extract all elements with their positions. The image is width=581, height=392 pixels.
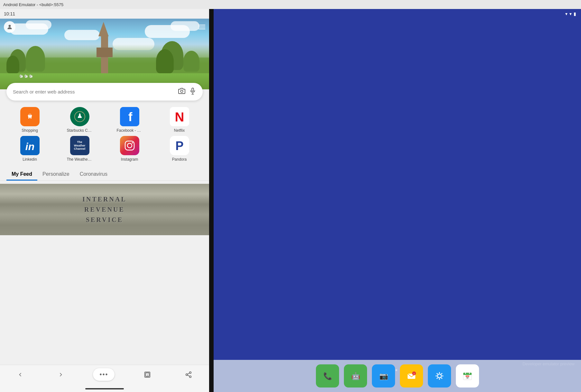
tab-personalize[interactable]: Personalize bbox=[37, 168, 75, 180]
time-display: 10:11 bbox=[4, 11, 15, 16]
svg-point-25 bbox=[189, 376, 191, 378]
instagram-label: Instagram bbox=[121, 157, 138, 162]
browser-content: 🐑 🐑 🐑 bbox=[0, 19, 209, 365]
dock-email[interactable]: ! bbox=[400, 364, 423, 388]
linkedin-icon: in bbox=[20, 136, 40, 155]
tabs-button[interactable]: 1 bbox=[139, 369, 156, 381]
window-title: Android Emulator - <build>:5575 bbox=[3, 2, 63, 7]
svg-point-5 bbox=[30, 118, 31, 119]
more-options-button[interactable]: ••• bbox=[93, 368, 115, 381]
dock-settings[interactable] bbox=[428, 364, 451, 388]
search-input[interactable] bbox=[13, 89, 178, 94]
shortcut-facebook[interactable]: f Facebook - L... bbox=[106, 107, 153, 133]
svg-text:📅: 📅 bbox=[465, 375, 470, 379]
dock-calendar[interactable]: 📅 bbox=[456, 364, 479, 388]
battery-icon: ▮ bbox=[574, 11, 576, 16]
shortcut-linkedin[interactable]: in Linkedin bbox=[6, 136, 53, 162]
svg-point-23 bbox=[189, 371, 191, 373]
camera-search-icon[interactable] bbox=[178, 87, 185, 96]
search-bar-container bbox=[0, 83, 209, 101]
right-panel: ▾ ▾ ▮ Developer emulator preview 📞 🤖 bbox=[214, 9, 581, 392]
instagram-icon bbox=[120, 136, 139, 155]
weather-icon: The Weather Channel bbox=[70, 136, 89, 155]
shortcut-instagram[interactable]: Instagram bbox=[106, 136, 153, 162]
svg-line-27 bbox=[188, 373, 189, 374]
tree-left-2 bbox=[6, 56, 19, 73]
profile-icon[interactable] bbox=[4, 21, 15, 33]
shortcut-starbucks[interactable]: ♟ Starbucks Co... bbox=[56, 107, 103, 133]
starbucks-icon: ♟ bbox=[70, 107, 89, 126]
netflix-icon: N bbox=[170, 107, 189, 126]
back-button[interactable] bbox=[12, 369, 29, 380]
weather-label: The Weather ... bbox=[67, 157, 93, 162]
shortcut-weather[interactable]: The Weather Channel The Weather ... bbox=[56, 136, 103, 162]
forward-button[interactable] bbox=[52, 369, 69, 380]
tree-right-3 bbox=[156, 49, 174, 73]
svg-point-4 bbox=[28, 118, 29, 119]
svg-line-26 bbox=[188, 375, 189, 376]
android-status-bar: ▾ ▾ ▮ bbox=[214, 9, 581, 19]
dock-market[interactable]: 🤖 bbox=[344, 364, 367, 388]
church-body bbox=[97, 48, 113, 57]
shortcuts-grid: Shopping ♟ Starbucks Co... bbox=[0, 101, 209, 165]
pandora-label: Pandora bbox=[172, 157, 187, 162]
tree-right-2 bbox=[183, 51, 199, 72]
menu-line-3 bbox=[198, 29, 205, 29]
svg-text:📷: 📷 bbox=[379, 372, 388, 380]
tree-left-3 bbox=[26, 46, 45, 72]
hamburger-menu[interactable] bbox=[198, 25, 205, 29]
svg-text:f: f bbox=[128, 110, 132, 124]
panel-separator bbox=[209, 9, 214, 392]
facebook-label: Facebook - L... bbox=[117, 128, 143, 133]
linkedin-label: Linkedin bbox=[23, 157, 37, 162]
browser-bottom-nav: ••• 1 bbox=[0, 365, 209, 386]
shortcut-netflix[interactable]: N Netflix bbox=[156, 107, 203, 133]
shopping-icon bbox=[20, 107, 40, 126]
menu-line-1 bbox=[198, 25, 205, 25]
search-icons bbox=[178, 87, 196, 96]
svg-rect-38 bbox=[433, 370, 446, 382]
wifi-icon: ▾ bbox=[565, 11, 567, 16]
svg-text:N: N bbox=[175, 110, 184, 124]
left-panel: 10:11 bbox=[0, 9, 209, 392]
status-bar: 10:11 bbox=[0, 9, 209, 19]
svg-point-16 bbox=[127, 143, 132, 148]
svg-text:♟: ♟ bbox=[77, 112, 83, 119]
signal-icon: ▾ bbox=[569, 11, 572, 16]
svg-text:P: P bbox=[175, 139, 183, 153]
pandora-icon: P bbox=[170, 136, 189, 155]
irs-building-image: INTERNAL REVENUE SERVICE bbox=[0, 184, 209, 235]
dock-phone[interactable]: 📞 bbox=[316, 364, 339, 388]
menu-line-2 bbox=[198, 27, 205, 27]
svg-text:1: 1 bbox=[146, 373, 148, 376]
microphone-icon[interactable] bbox=[189, 87, 196, 96]
svg-point-17 bbox=[132, 142, 133, 144]
shortcut-pandora[interactable]: P Pandora bbox=[156, 136, 203, 162]
hero-image: 🐑 🐑 🐑 bbox=[0, 19, 209, 89]
svg-rect-42 bbox=[463, 373, 472, 375]
feed-tabs: My Feed Personalize Coronavirus bbox=[0, 165, 209, 181]
home-indicator bbox=[85, 388, 124, 389]
svg-point-24 bbox=[186, 374, 188, 376]
dock-camera[interactable]: 📷 bbox=[372, 364, 395, 388]
svg-text:📞: 📞 bbox=[323, 372, 332, 380]
tab-coronavirus[interactable]: Coronavirus bbox=[75, 168, 113, 180]
news-card[interactable]: INTERNAL REVENUE SERVICE bbox=[0, 184, 209, 235]
shopping-label: Shopping bbox=[22, 128, 38, 133]
share-button[interactable] bbox=[180, 369, 197, 381]
tab-myfeed[interactable]: My Feed bbox=[6, 168, 37, 180]
facebook-icon: f bbox=[120, 107, 139, 126]
netflix-label: Netflix bbox=[174, 128, 185, 133]
taskbar: 📞 🤖 📷 bbox=[214, 360, 581, 392]
home-bar bbox=[0, 386, 209, 392]
search-bar[interactable] bbox=[6, 83, 203, 101]
title-bar: Android Emulator - <build>:5575 bbox=[0, 0, 581, 9]
news-image: INTERNAL REVENUE SERVICE bbox=[0, 184, 209, 235]
svg-text:in: in bbox=[25, 141, 34, 152]
animals: 🐑 🐑 🐑 bbox=[19, 75, 33, 78]
svg-rect-2 bbox=[192, 88, 194, 91]
svg-point-1 bbox=[180, 90, 183, 92]
starbucks-label: Starbucks Co... bbox=[67, 128, 93, 133]
svg-text:🤖: 🤖 bbox=[351, 372, 360, 380]
shortcut-shopping[interactable]: Shopping bbox=[6, 107, 53, 133]
